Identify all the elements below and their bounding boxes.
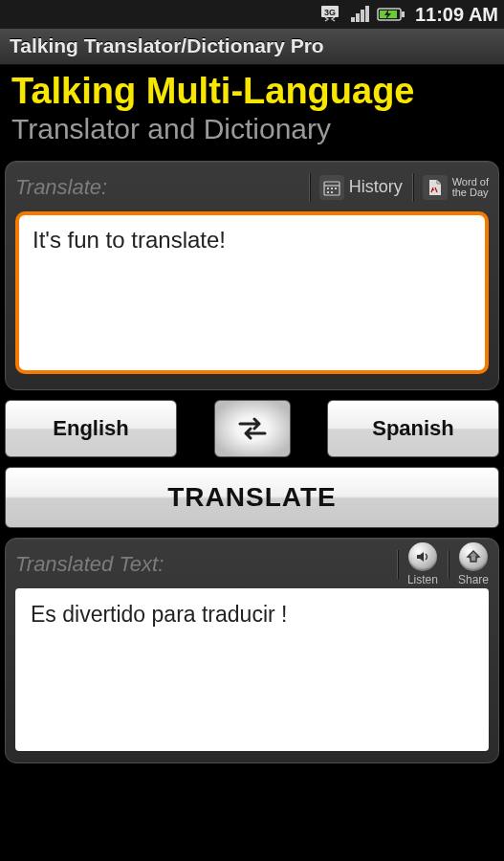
share-button[interactable]: Share xyxy=(458,542,489,586)
translated-output: Es divertido para traducir ! xyxy=(15,588,489,751)
word-of-day-button[interactable]: Word of the Day xyxy=(423,175,489,200)
divider xyxy=(309,173,310,202)
svg-rect-12 xyxy=(331,188,333,189)
history-label: History xyxy=(349,177,403,197)
translate-panel-header: Translate: History xyxy=(15,171,489,204)
3g-icon: 3G xyxy=(321,6,344,23)
svg-rect-15 xyxy=(331,191,333,193)
speaker-icon xyxy=(408,542,437,571)
share-label: Share xyxy=(458,573,489,586)
calendar-icon xyxy=(319,175,344,200)
swap-languages-button[interactable] xyxy=(214,400,291,457)
language-row: English Spanish xyxy=(5,400,499,457)
svg-rect-4 xyxy=(361,10,364,22)
status-time: 11:09 AM xyxy=(415,4,498,26)
listen-label: Listen xyxy=(407,573,438,586)
divider xyxy=(448,550,449,579)
source-language-button[interactable]: English xyxy=(5,400,177,457)
svg-rect-2 xyxy=(351,17,355,22)
output-panel-header: Translated Text: Listen xyxy=(15,548,489,581)
divider xyxy=(412,173,413,202)
share-icon xyxy=(459,542,488,571)
svg-rect-5 xyxy=(365,6,369,22)
battery-icon xyxy=(377,6,405,23)
translate-panel: Translate: History xyxy=(5,161,499,390)
app-title-bar: Talking Translator/Dictionary Pro xyxy=(0,29,504,65)
status-bar: 3G 11:09 AM xyxy=(0,0,504,29)
app-heading: Talking Multi-Language xyxy=(11,73,493,111)
signal-icon xyxy=(350,6,371,23)
history-button[interactable]: History xyxy=(319,175,403,200)
output-panel: Translated Text: Listen xyxy=(5,538,499,763)
svg-rect-14 xyxy=(327,191,329,193)
app-header: Talking Multi-Language Translator and Di… xyxy=(0,65,504,155)
translated-text-label: Translated Text: xyxy=(15,552,164,577)
wotd-label: Word of the Day xyxy=(452,177,489,198)
output-header-actions: Listen Share xyxy=(397,542,489,586)
svg-rect-11 xyxy=(327,188,329,189)
translate-input[interactable] xyxy=(15,211,489,374)
translate-label: Translate: xyxy=(15,175,107,200)
document-icon xyxy=(423,175,448,200)
svg-rect-7 xyxy=(402,11,405,17)
svg-rect-3 xyxy=(356,13,360,22)
divider xyxy=(397,550,398,579)
swap-icon xyxy=(235,414,270,443)
svg-rect-13 xyxy=(335,188,337,189)
app-subheading: Translator and Dictionary xyxy=(11,113,493,145)
svg-text:3G: 3G xyxy=(324,8,336,17)
translate-header-actions: History Word of the Day xyxy=(309,173,489,202)
translate-button[interactable]: TRANSLATE xyxy=(5,467,499,528)
listen-button[interactable]: Listen xyxy=(407,542,438,586)
target-language-button[interactable]: Spanish xyxy=(327,400,499,457)
